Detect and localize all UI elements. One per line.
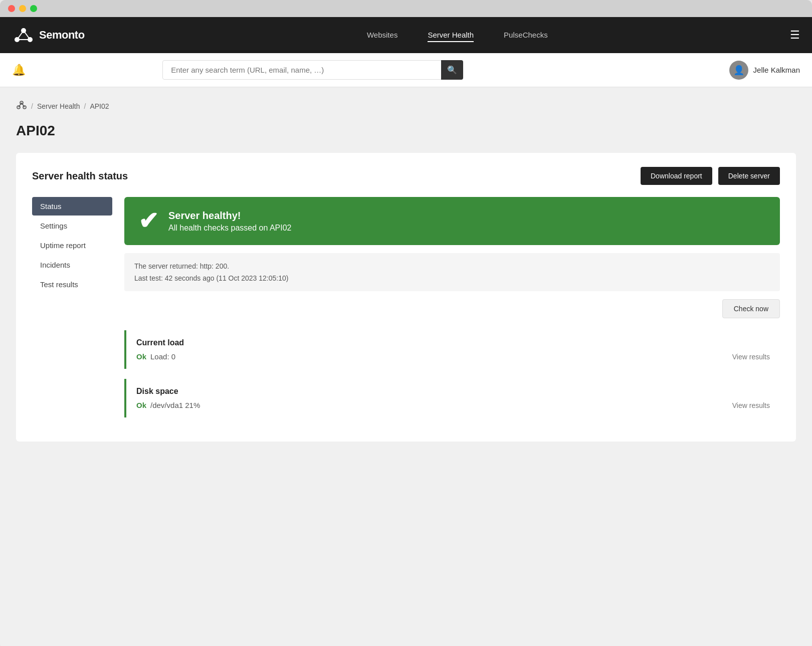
breadcrumb-sep-2: /	[84, 102, 86, 110]
current-load-ok: Ok	[136, 352, 146, 361]
search-button[interactable]: 🔍	[441, 60, 463, 80]
nav-server-health[interactable]: Server Health	[428, 29, 474, 42]
disk-space-row: Ok /dev/vda1 21% View results	[136, 401, 770, 409]
maximize-button[interactable]	[30, 5, 37, 12]
search-row: 🔔 🔍 👤 Jelle Kalkman	[0, 53, 812, 87]
check-now-row: Check now	[124, 299, 780, 318]
info-card: The server returned: http: 200. Last tes…	[124, 253, 780, 291]
health-text-group: Server healthy! All health checks passed…	[168, 210, 292, 233]
panel-header: Server health status Download report Del…	[32, 167, 780, 185]
server-response-text: The server returned: http: 200.	[134, 262, 770, 270]
disk-space-view-results[interactable]: View results	[732, 401, 770, 409]
sidebar-item-incidents[interactable]: Incidents	[32, 256, 112, 274]
nav-pulsechecks[interactable]: PulseChecks	[504, 29, 548, 42]
breadcrumb-sep-1: /	[31, 102, 33, 110]
search-container: 🔍	[162, 60, 463, 80]
page-title: API02	[16, 123, 796, 139]
panel-body: Status Settings Uptime report Incidents …	[32, 197, 780, 427]
panel-title: Server health status	[32, 170, 128, 182]
notification-bell-icon[interactable]: 🔔	[12, 64, 26, 77]
current-load-row: Ok Load: 0 View results	[136, 352, 770, 361]
app-window: Semonto Websites Server Health PulseChec…	[0, 17, 812, 646]
panel-actions: Download report Delete server	[641, 167, 780, 185]
sidebar-item-test-results[interactable]: Test results	[32, 275, 112, 294]
svg-line-3	[17, 31, 24, 40]
current-load-status: Ok Load: 0	[136, 352, 175, 361]
health-subtitle: All health checks passed on API02	[168, 224, 292, 233]
avatar: 👤	[729, 61, 748, 80]
minimize-button[interactable]	[19, 5, 26, 12]
sidebar-item-uptime-report[interactable]: Uptime report	[32, 236, 112, 255]
disk-space-title: Disk space	[136, 387, 770, 396]
user-section: 👤 Jelle Kalkman	[729, 61, 800, 80]
current-load-detail: Load: 0	[150, 352, 175, 361]
sidebar-item-settings[interactable]: Settings	[32, 217, 112, 235]
checkmark-icon: ✔	[138, 209, 158, 233]
hamburger-icon[interactable]: ☰	[790, 29, 800, 42]
breadcrumb: / Server Health / API02	[16, 99, 796, 113]
top-nav: Semonto Websites Server Health PulseChec…	[0, 17, 812, 53]
user-name: Jelle Kalkman	[753, 66, 800, 74]
nav-websites[interactable]: Websites	[367, 29, 397, 42]
logo[interactable]: Semonto	[12, 24, 85, 47]
close-button[interactable]	[8, 5, 15, 12]
home-icon[interactable]	[16, 99, 27, 113]
sidebar: Status Settings Uptime report Incidents …	[32, 197, 112, 427]
sidebar-item-status[interactable]: Status	[32, 197, 112, 216]
delete-server-button[interactable]: Delete server	[718, 167, 780, 185]
health-status-card: ✔ Server healthy! All health checks pass…	[124, 197, 780, 245]
disk-space-detail: /dev/vda1 21%	[150, 401, 200, 409]
content-area: / Server Health / API02 API02 Server hea…	[0, 87, 812, 454]
current-load-view-results[interactable]: View results	[732, 353, 770, 361]
breadcrumb-server-health[interactable]: Server Health	[37, 102, 80, 110]
nav-links: Websites Server Health PulseChecks	[125, 29, 790, 42]
disk-space-ok: Ok	[136, 401, 146, 409]
disk-space-status: Ok /dev/vda1 21%	[136, 401, 200, 409]
disk-space-section: Disk space Ok /dev/vda1 21% View results	[124, 379, 780, 417]
health-title: Server healthy!	[168, 210, 292, 222]
search-input[interactable]	[162, 60, 463, 80]
download-report-button[interactable]: Download report	[641, 167, 712, 185]
breadcrumb-current: API02	[90, 102, 109, 110]
current-load-title: Current load	[136, 338, 770, 347]
last-test-text: Last test: 42 seconds ago (11 Oct 2023 1…	[134, 274, 770, 282]
current-load-section: Current load Ok Load: 0 View results	[124, 330, 780, 369]
logo-text: Semonto	[39, 29, 85, 42]
main-content: ✔ Server healthy! All health checks pass…	[124, 197, 780, 427]
main-panel: Server health status Download report Del…	[16, 153, 796, 442]
svg-line-4	[24, 31, 30, 40]
window-chrome	[0, 0, 812, 17]
check-now-button[interactable]: Check now	[722, 299, 780, 318]
